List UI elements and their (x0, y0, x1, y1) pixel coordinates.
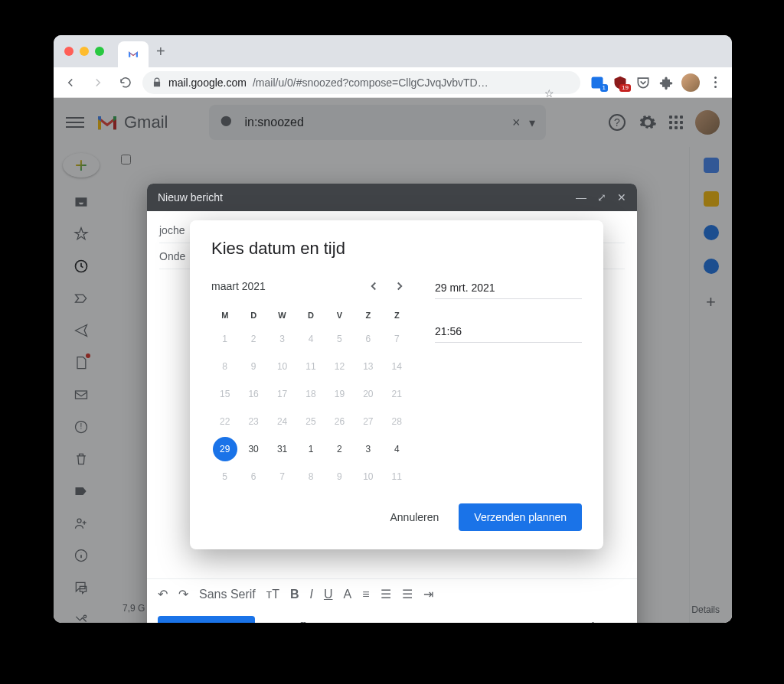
insert-drive-icon[interactable] (370, 622, 385, 623)
calendar-dow: V (326, 306, 353, 324)
calendar-dow: Z (384, 306, 410, 324)
calendar-day[interactable]: 14 (384, 354, 409, 379)
calendar-day[interactable]: 1 (213, 327, 237, 351)
insert-photo-icon[interactable] (396, 622, 411, 623)
calendar-day[interactable]: 8 (213, 354, 237, 379)
profile-avatar[interactable] (681, 73, 700, 92)
calendar-day[interactable]: 11 (384, 464, 409, 489)
calendar-day[interactable]: 6 (241, 464, 266, 489)
calendar-day[interactable]: 28 (384, 409, 409, 434)
close-compose-icon[interactable]: ✕ (617, 191, 626, 204)
extension-ublock-icon[interactable]: 19 (612, 75, 628, 90)
calendar-day[interactable]: 23 (241, 409, 266, 434)
list-numbered-icon[interactable]: ☰ (381, 587, 391, 601)
calendar-day[interactable]: 5 (213, 464, 237, 489)
url-path: /mail/u/0/#snoozed?compose=CllgCJvqJvbvT… (253, 77, 488, 89)
text-color-icon[interactable]: A (344, 588, 352, 601)
calendar-day[interactable]: 10 (356, 464, 381, 489)
discard-draft-icon[interactable] (611, 622, 626, 623)
more-options-icon[interactable] (585, 622, 600, 623)
calendar-day[interactable]: 1 (299, 437, 323, 461)
minimize-window-button[interactable] (80, 47, 89, 56)
back-button[interactable] (60, 72, 81, 93)
calendar-day[interactable]: 22 (213, 409, 237, 434)
extension-pocket-icon[interactable] (635, 75, 651, 90)
calendar-day[interactable]: 24 (270, 409, 295, 434)
extension-1-icon[interactable]: 1 (590, 75, 605, 90)
format-toggle-icon[interactable]: A (266, 622, 281, 623)
calendar-day[interactable]: 3 (356, 437, 381, 461)
insert-emoji-icon[interactable] (344, 622, 359, 623)
calendar-day[interactable]: 7 (384, 327, 409, 351)
calendar-day[interactable]: 3 (270, 327, 295, 351)
calendar-dow: M (211, 306, 238, 324)
italic-icon[interactable]: I (309, 588, 312, 601)
calendar-day[interactable]: 4 (384, 437, 409, 461)
forward-button[interactable] (87, 72, 109, 93)
calendar-day[interactable]: 6 (356, 327, 381, 351)
compose-title: Nieuw bericht (158, 191, 223, 204)
compose-header[interactable]: Nieuw bericht — ⤢ ✕ (147, 184, 637, 211)
calendar-day[interactable]: 26 (327, 409, 351, 434)
underline-icon[interactable]: U (324, 588, 333, 601)
address-bar: mail.google.com/mail/u/0/#snoozed?compos… (54, 67, 732, 98)
font-size-icon[interactable]: тТ (266, 588, 279, 601)
calendar-day[interactable]: 18 (299, 382, 323, 406)
format-toolbar: ↶ ↷ Sans Serif тТ B I U A ≡ ☰ ☰ ⇥ (147, 578, 637, 609)
minimize-compose-icon[interactable]: — (576, 191, 586, 204)
calendar-day[interactable]: 21 (384, 382, 409, 406)
calendar-day[interactable]: 25 (299, 409, 323, 434)
calendar-day[interactable]: 8 (299, 464, 323, 489)
calendar-day[interactable]: 17 (270, 382, 295, 406)
calendar-day[interactable]: 9 (241, 354, 266, 379)
calendar-day[interactable]: 20 (356, 382, 381, 406)
calendar-day[interactable]: 30 (241, 437, 266, 461)
indent-icon[interactable]: ⇥ (423, 587, 433, 601)
calendar-day[interactable]: 27 (356, 409, 381, 434)
calendar-day[interactable]: 31 (270, 437, 295, 461)
browser-menu-button[interactable] (707, 77, 723, 88)
calendar-day[interactable]: 2 (241, 327, 266, 351)
browser-tab-gmail[interactable] (118, 41, 149, 67)
schedule-send-dialog: Kies datum en tijd maart 2021 MDWDVZZ123… (190, 220, 603, 549)
undo-icon[interactable]: ↶ (158, 587, 168, 601)
calendar-day[interactable]: 16 (241, 382, 266, 406)
dialog-title: Kies datum en tijd (211, 239, 582, 259)
close-window-button[interactable] (64, 47, 74, 56)
send-button[interactable]: Verzenden ▾ (158, 616, 255, 623)
calendar-day[interactable]: 4 (299, 327, 323, 351)
align-icon[interactable]: ≡ (362, 588, 369, 601)
calendar-day[interactable]: 10 (270, 354, 295, 379)
expand-compose-icon[interactable]: ⤢ (597, 191, 606, 204)
bold-icon[interactable]: B (290, 588, 299, 601)
calendar-day[interactable]: 7 (270, 464, 295, 489)
calendar-day[interactable]: 2 (327, 437, 351, 461)
insert-link-icon[interactable] (318, 622, 333, 623)
schedule-send-button[interactable]: Verzenden plannen (459, 503, 582, 531)
redo-icon[interactable]: ↷ (178, 587, 188, 601)
calendar-day[interactable]: 11 (299, 354, 323, 379)
calendar-day[interactable]: 19 (327, 382, 351, 406)
time-input[interactable] (435, 321, 582, 343)
insert-signature-icon[interactable] (448, 622, 463, 623)
list-bulleted-icon[interactable]: ☰ (402, 587, 413, 601)
attach-file-icon[interactable] (292, 622, 307, 623)
url-box[interactable]: mail.google.com/mail/u/0/#snoozed?compos… (142, 71, 580, 94)
calendar-day[interactable]: 15 (213, 382, 237, 406)
maximize-window-button[interactable] (95, 47, 104, 56)
next-month-button[interactable] (389, 275, 410, 297)
font-family-select[interactable]: Sans Serif (199, 588, 256, 601)
extensions-puzzle-icon[interactable] (658, 75, 674, 90)
new-tab-button[interactable]: + (156, 43, 165, 60)
reload-button[interactable] (115, 72, 136, 93)
calendar-dow: D (297, 306, 324, 324)
calendar-day[interactable]: 5 (327, 327, 351, 351)
calendar-day[interactable]: 9 (327, 464, 351, 489)
prev-month-button[interactable] (363, 275, 384, 297)
cancel-button[interactable]: Annuleren (380, 503, 450, 531)
date-input[interactable] (435, 277, 582, 299)
calendar-day[interactable]: 12 (327, 354, 351, 379)
calendar-day[interactable]: 13 (356, 354, 381, 379)
calendar-day[interactable]: 29 (213, 437, 237, 461)
confidential-mode-icon[interactable] (422, 622, 437, 623)
